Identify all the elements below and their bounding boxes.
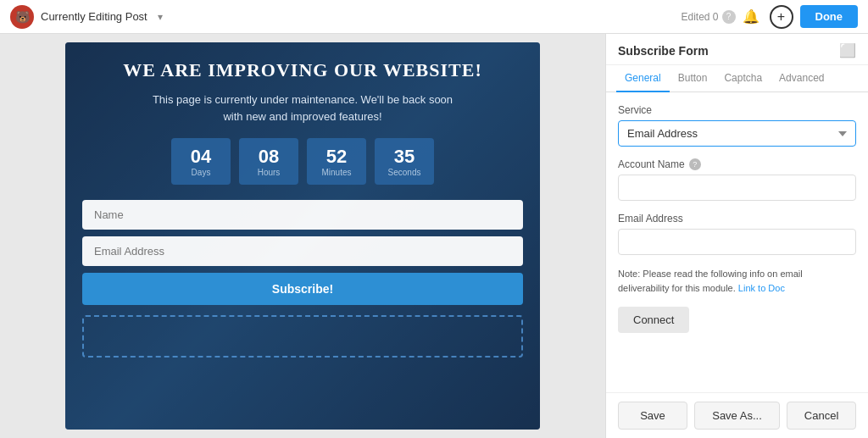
cancel-button[interactable]: Cancel: [787, 402, 856, 430]
email-address-label: Email Address: [618, 213, 856, 225]
done-button[interactable]: Done: [800, 5, 859, 28]
service-label: Service: [618, 104, 856, 116]
topbar-title: Currently Editing Post: [41, 10, 147, 23]
bell-icon[interactable]: 🔔: [743, 8, 760, 25]
connect-button[interactable]: Connect: [618, 307, 689, 333]
account-name-label: Account Name ?: [618, 158, 856, 170]
tab-general[interactable]: General: [616, 65, 670, 92]
countdown-seconds: 35 Seconds: [375, 138, 434, 185]
chevron-down-icon[interactable]: ▾: [158, 11, 163, 23]
panel-title: Subscribe Form: [618, 44, 709, 58]
page-title: We Are Improving Our Website!: [123, 59, 481, 81]
countdown-days: 04 Days: [171, 138, 231, 185]
preview-canvas: We Are Improving Our Website! This page …: [65, 42, 540, 430]
panel-footer: Save Save As... Cancel: [606, 392, 868, 438]
settings-panel: Subscribe Form ⬜ General Button Captcha …: [605, 34, 868, 438]
panel-header: Subscribe Form ⬜: [606, 34, 868, 65]
tab-button[interactable]: Button: [670, 65, 716, 92]
email-input[interactable]: [82, 236, 523, 266]
service-select[interactable]: Email Address Mailchimp ConvertKit AWebe…: [618, 120, 856, 147]
topbar: 🐻 Currently Editing Post ▾ Edited 0 ? 🔔 …: [0, 0, 868, 34]
save-as-button[interactable]: Save As...: [694, 402, 780, 430]
page-preview: We Are Improving Our Website! This page …: [0, 34, 605, 438]
email-address-input[interactable]: [618, 229, 856, 255]
main-content: We Are Improving Our Website! This page …: [0, 34, 868, 438]
tab-advanced[interactable]: Advanced: [771, 65, 832, 92]
tab-captcha[interactable]: Captcha: [715, 65, 771, 92]
add-button[interactable]: +: [770, 5, 793, 29]
account-name-input[interactable]: [618, 175, 856, 201]
dashed-section: [82, 315, 523, 358]
subscribe-button[interactable]: Subscribe!: [82, 273, 523, 305]
note-text: Note: Please read the following info on …: [618, 267, 856, 295]
panel-tabs: General Button Captcha Advanced: [606, 65, 868, 92]
account-help-icon[interactable]: ?: [689, 158, 701, 170]
countdown-hours: 08 Hours: [239, 138, 298, 185]
save-button[interactable]: Save: [618, 402, 687, 430]
minimize-icon[interactable]: ⬜: [839, 44, 856, 58]
note-link[interactable]: Link to Doc: [738, 283, 785, 293]
edited-status: Edited 0 ?: [681, 10, 735, 24]
countdown-timer: 04 Days 08 Hours 52 Minutes 35 Seconds: [171, 138, 434, 185]
countdown-minutes: 52 Minutes: [307, 138, 366, 185]
panel-body: Service Email Address Mailchimp ConvertK…: [606, 92, 868, 392]
preview-content: We Are Improving Our Website! This page …: [82, 59, 523, 358]
page-subtitle: This page is currently under maintenance…: [142, 91, 464, 125]
help-icon[interactable]: ?: [722, 10, 736, 24]
app-logo: 🐻: [10, 5, 34, 29]
name-input[interactable]: [82, 200, 523, 230]
